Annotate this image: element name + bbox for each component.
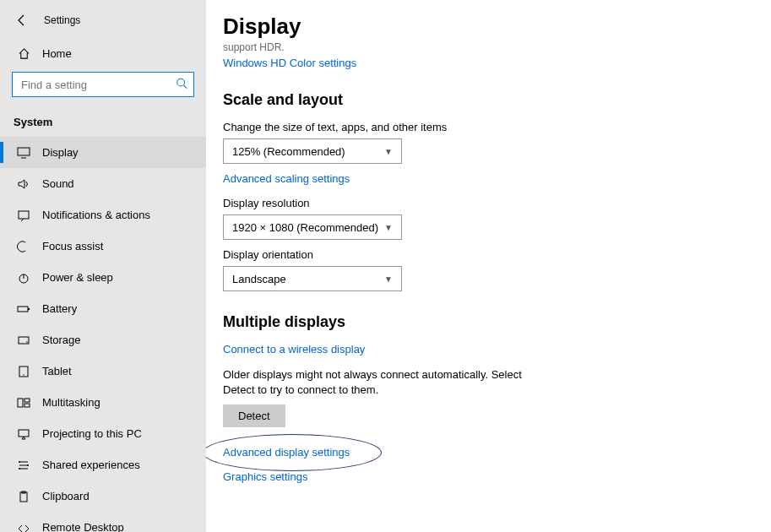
svg-rect-2 — [19, 211, 29, 219]
power-icon — [17, 272, 30, 284]
svg-point-7 — [26, 341, 28, 343]
nav-item-multitasking[interactable]: Multitasking — [0, 387, 206, 418]
notifications-icon — [17, 209, 30, 221]
detect-help-text: Older displays might not always connect … — [223, 367, 527, 398]
nav-label: Display — [42, 146, 79, 159]
orientation-select[interactable]: Landscape ▼ — [223, 266, 402, 291]
nav-item-battery[interactable]: Battery — [0, 293, 206, 324]
scale-label: Change the size of text, apps, and other… — [223, 121, 751, 133]
page-title: Display — [223, 14, 751, 40]
nav-item-power[interactable]: Power & sleep — [0, 262, 206, 293]
nav-item-shared[interactable]: Shared experiences — [0, 449, 206, 480]
chevron-down-icon: ▼ — [384, 147, 393, 156]
orientation-label: Display orientation — [223, 248, 751, 261]
nav-item-clipboard[interactable]: Clipboard — [0, 480, 206, 512]
multiple-displays-heading: Multiple displays — [223, 313, 751, 331]
nav-list: Display Sound Notifications & actions Fo… — [0, 137, 206, 532]
svg-point-16 — [19, 468, 20, 470]
sound-icon — [17, 178, 30, 190]
nav-label: Shared experiences — [42, 459, 140, 471]
svg-rect-5 — [28, 308, 30, 310]
home-label: Home — [42, 47, 72, 60]
nav-label: Focus assist — [42, 240, 103, 252]
resolution-select[interactable]: 1920 × 1080 (Recommended) ▼ — [223, 214, 402, 240]
nav-label: Notifications & actions — [42, 209, 150, 221]
nav-item-focus[interactable]: Focus assist — [0, 231, 206, 262]
nav-label: Clipboard — [42, 490, 90, 502]
clipboard-icon — [17, 491, 30, 502]
back-button[interactable] — [14, 12, 30, 29]
section-label: System — [0, 106, 206, 137]
svg-rect-12 — [24, 404, 30, 407]
focus-icon — [17, 241, 30, 252]
svg-rect-10 — [18, 399, 23, 407]
resolution-value: 1920 × 1080 (Recommended) — [232, 221, 378, 234]
svg-rect-17 — [20, 492, 27, 502]
app-title: Settings — [44, 14, 80, 26]
search-icon — [176, 78, 187, 92]
multitasking-icon — [17, 397, 30, 409]
advanced-display-link[interactable]: Advanced display settings — [223, 446, 751, 459]
search-wrap — [0, 68, 206, 106]
graphics-settings-link[interactable]: Graphics settings — [223, 470, 751, 483]
nav-label: Battery — [42, 302, 77, 315]
nav-item-storage[interactable]: Storage — [0, 324, 206, 356]
scale-heading: Scale and layout — [223, 91, 751, 109]
hdr-remnant-text: support HDR. — [223, 41, 751, 53]
orientation-value: Landscape — [232, 273, 286, 285]
nav-item-display[interactable]: Display — [0, 137, 206, 168]
nav-item-projecting[interactable]: Projecting to this PC — [0, 418, 206, 449]
battery-icon — [17, 303, 30, 315]
svg-point-15 — [27, 464, 29, 466]
scale-value: 125% (Recommended) — [232, 145, 345, 158]
svg-rect-13 — [19, 430, 29, 437]
nav-label: Remote Desktop — [42, 521, 124, 532]
sidebar: Settings Home System Display Sound Notif… — [0, 0, 206, 532]
svg-rect-11 — [24, 399, 30, 402]
storage-icon — [17, 334, 30, 346]
nav-item-notifications[interactable]: Notifications & actions — [0, 199, 206, 231]
tablet-icon — [17, 366, 30, 377]
nav-label: Projecting to this PC — [42, 427, 142, 440]
detect-button[interactable]: Detect — [223, 404, 285, 427]
chevron-down-icon: ▼ — [384, 274, 393, 284]
svg-rect-4 — [18, 307, 28, 312]
search-input[interactable] — [12, 72, 194, 97]
display-icon — [17, 147, 30, 159]
nav-item-tablet[interactable]: Tablet — [0, 356, 206, 387]
svg-rect-6 — [19, 337, 29, 344]
svg-point-0 — [177, 79, 185, 86]
projecting-icon — [17, 428, 30, 440]
nav-label: Sound — [42, 177, 74, 190]
svg-point-14 — [19, 461, 20, 463]
svg-rect-1 — [18, 148, 30, 155]
chevron-down-icon: ▼ — [384, 223, 393, 232]
wireless-display-link[interactable]: Connect to a wireless display — [223, 343, 751, 356]
resolution-label: Display resolution — [223, 197, 751, 209]
nav-label: Power & sleep — [42, 271, 113, 284]
hd-color-link[interactable]: Windows HD Color settings — [223, 57, 751, 69]
nav-label: Multitasking — [42, 396, 100, 409]
advanced-scaling-link[interactable]: Advanced scaling settings — [223, 172, 751, 185]
scale-select[interactable]: 125% (Recommended) ▼ — [223, 138, 402, 164]
nav-item-remote[interactable]: Remote Desktop — [0, 512, 206, 532]
main-content: Display support HDR. Windows HD Color se… — [206, 0, 771, 532]
home-nav[interactable]: Home — [0, 39, 206, 68]
topbar: Settings — [0, 7, 206, 39]
nav-label: Storage — [42, 334, 81, 346]
nav-label: Tablet — [42, 365, 72, 377]
home-icon — [17, 47, 30, 60]
remote-icon — [17, 522, 30, 533]
svg-point-9 — [23, 374, 24, 375]
nav-item-sound[interactable]: Sound — [0, 168, 206, 199]
shared-icon — [17, 459, 30, 471]
